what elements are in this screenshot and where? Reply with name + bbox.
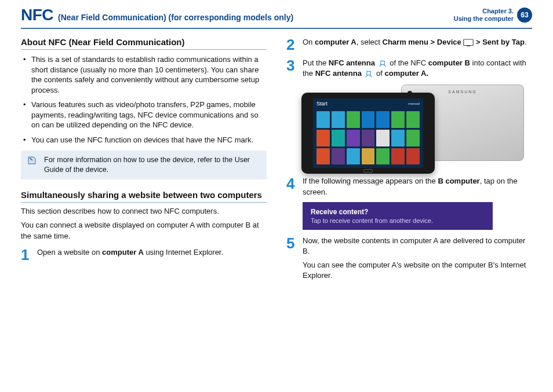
tile: [376, 130, 390, 146]
chapter-block: Chapter 3. Using the computer 63: [454, 8, 532, 23]
tile: [332, 148, 345, 165]
receive-content-box: Receive content? Tap to receive content …: [303, 202, 493, 230]
tile: [376, 111, 390, 128]
step-number: 3: [286, 58, 297, 79]
step-1: 1 Open a website on computer A using Int…: [21, 247, 267, 262]
note-icon: [27, 155, 37, 168]
step-body: Now, the website contents in computer A …: [303, 236, 532, 281]
tile: [362, 111, 375, 128]
step-body: Open a website on computer A using Inter…: [37, 247, 267, 262]
tile: [376, 148, 390, 165]
nfc-antenna-icon: [378, 60, 387, 68]
tablet-illustration: SAMSUNG Start manual: [301, 83, 532, 170]
step-body: If the following message appears on the …: [303, 176, 532, 197]
tile: [347, 148, 360, 165]
step-body: Put the NFC antenna of the NFC computer …: [303, 58, 532, 79]
svg-rect-3: [367, 71, 370, 75]
bullet-item: You can use the NFC function on devices …: [21, 135, 267, 145]
step-number: 4: [286, 176, 297, 197]
svg-rect-1: [467, 45, 470, 46]
receive-subtitle: Tap to receive content from another devi…: [311, 217, 485, 224]
step-body: On computer A, select Charm menu > Devic…: [303, 37, 532, 52]
columns: About NFC (Near Field Communication) Thi…: [21, 37, 532, 286]
tile: [347, 130, 360, 146]
bullet-item: Various features such as video/photo tra…: [21, 100, 267, 130]
chapter-text: Chapter 3. Using the computer: [454, 8, 514, 23]
chapter-line1: Chapter 3.: [454, 8, 514, 15]
start-label: Start: [316, 101, 328, 107]
tile: [391, 148, 405, 165]
user-label: manual: [408, 102, 420, 105]
home-button-icon: [363, 169, 373, 173]
step-number: 1: [21, 247, 31, 262]
tile: [316, 130, 330, 146]
page-number-badge: 63: [517, 8, 532, 23]
device-icon: [463, 39, 474, 47]
section-about-heading: About NFC (Near Field Communication): [21, 37, 267, 50]
step-3: 3 Put the NFC antenna of the NFC compute…: [286, 58, 532, 79]
tile: [332, 111, 345, 128]
receive-title: Receive content?: [311, 208, 485, 216]
tile: [316, 111, 330, 128]
tile: [316, 148, 330, 165]
tile: [391, 130, 405, 146]
step-5: 5 Now, the website contents in computer …: [286, 236, 532, 281]
bullet-item: This is a set of standards to establish …: [21, 54, 267, 95]
tile: [406, 111, 420, 128]
title-sub: (Near Field Communication) (for correspo…: [58, 13, 293, 22]
step-number: 2: [286, 37, 297, 52]
step-2: 2 On computer A, select Charm menu > Dev…: [286, 37, 532, 52]
section-sharing-heading: Simultaneously sharing a website between…: [21, 190, 267, 203]
page-header: NFC (Near Field Communication) (for corr…: [21, 0, 532, 24]
brand-logo: SAMSUNG: [448, 90, 476, 94]
tile: [391, 111, 405, 128]
step-number: 5: [286, 236, 297, 281]
page: NFC (Near Field Communication) (for corr…: [0, 0, 553, 392]
svg-rect-2: [380, 61, 384, 64]
tablet-screen: Start manual: [313, 98, 423, 168]
sharing-para-1: This section describes how to connect tw…: [21, 206, 267, 217]
svg-rect-0: [464, 39, 474, 46]
tablet-front: Start manual: [301, 93, 435, 174]
sharing-para-2: You can connect a website displayed on c…: [21, 220, 267, 241]
left-column: About NFC (Near Field Communication) Thi…: [21, 37, 267, 286]
step-4: 4 If the following message appears on th…: [286, 176, 532, 197]
tile: [406, 130, 420, 146]
page-title: NFC (Near Field Communication) (for corr…: [21, 6, 293, 24]
note-text: For more information on how to use the d…: [44, 156, 250, 174]
info-note: For more information on how to use the d…: [21, 151, 267, 179]
title-main: NFC: [21, 6, 53, 24]
tile: [362, 130, 375, 146]
nfc-antenna-icon: [364, 70, 373, 78]
header-rule: [21, 28, 532, 29]
start-tiles: [316, 111, 420, 164]
about-bullet-list: This is a set of standards to establish …: [21, 54, 267, 145]
tile: [362, 148, 375, 165]
tile: [332, 130, 345, 146]
tile: [406, 148, 420, 165]
right-column: 2 On computer A, select Charm menu > Dev…: [286, 37, 532, 286]
chapter-line2: Using the computer: [454, 15, 514, 23]
tile: [347, 111, 360, 128]
